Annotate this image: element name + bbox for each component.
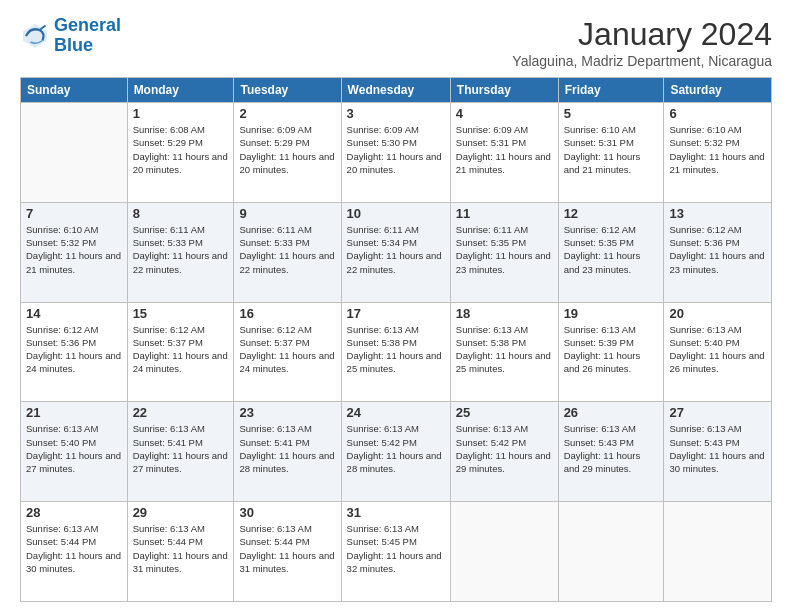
day-number: 9 <box>239 206 335 221</box>
day-info: Sunrise: 6:13 AMSunset: 5:43 PMDaylight:… <box>564 422 659 475</box>
logo-text: General Blue <box>54 16 121 56</box>
day-number: 5 <box>564 106 659 121</box>
header-saturday: Saturday <box>664 78 772 103</box>
day-info: Sunrise: 6:13 AMSunset: 5:40 PMDaylight:… <box>669 323 766 376</box>
logo: General Blue <box>20 16 121 56</box>
month-title: January 2024 <box>512 16 772 53</box>
day-number: 30 <box>239 505 335 520</box>
cell-week1-day4: 4Sunrise: 6:09 AMSunset: 5:31 PMDaylight… <box>450 103 558 203</box>
cell-week2-day6: 13Sunrise: 6:12 AMSunset: 5:36 PMDayligh… <box>664 202 772 302</box>
day-info: Sunrise: 6:08 AMSunset: 5:29 PMDaylight:… <box>133 123 229 176</box>
location-subtitle: Yalaguina, Madriz Department, Nicaragua <box>512 53 772 69</box>
cell-week5-day2: 30Sunrise: 6:13 AMSunset: 5:44 PMDayligh… <box>234 502 341 602</box>
cell-week2-day5: 12Sunrise: 6:12 AMSunset: 5:35 PMDayligh… <box>558 202 664 302</box>
day-number: 25 <box>456 405 553 420</box>
cell-week4-day5: 26Sunrise: 6:13 AMSunset: 5:43 PMDayligh… <box>558 402 664 502</box>
week-row-3: 14Sunrise: 6:12 AMSunset: 5:36 PMDayligh… <box>21 302 772 402</box>
day-number: 12 <box>564 206 659 221</box>
cell-week3-day2: 16Sunrise: 6:12 AMSunset: 5:37 PMDayligh… <box>234 302 341 402</box>
day-number: 8 <box>133 206 229 221</box>
cell-week5-day4 <box>450 502 558 602</box>
cell-week2-day4: 11Sunrise: 6:11 AMSunset: 5:35 PMDayligh… <box>450 202 558 302</box>
header-wednesday: Wednesday <box>341 78 450 103</box>
cell-week4-day2: 23Sunrise: 6:13 AMSunset: 5:41 PMDayligh… <box>234 402 341 502</box>
cell-week1-day6: 6Sunrise: 6:10 AMSunset: 5:32 PMDaylight… <box>664 103 772 203</box>
week-row-2: 7Sunrise: 6:10 AMSunset: 5:32 PMDaylight… <box>21 202 772 302</box>
day-number: 7 <box>26 206 122 221</box>
day-info: Sunrise: 6:11 AMSunset: 5:35 PMDaylight:… <box>456 223 553 276</box>
day-number: 29 <box>133 505 229 520</box>
cell-week3-day4: 18Sunrise: 6:13 AMSunset: 5:38 PMDayligh… <box>450 302 558 402</box>
day-number: 31 <box>347 505 445 520</box>
day-info: Sunrise: 6:10 AMSunset: 5:32 PMDaylight:… <box>26 223 122 276</box>
day-number: 28 <box>26 505 122 520</box>
cell-week2-day1: 8Sunrise: 6:11 AMSunset: 5:33 PMDaylight… <box>127 202 234 302</box>
header: General Blue January 2024 Yalaguina, Mad… <box>20 16 772 69</box>
day-number: 4 <box>456 106 553 121</box>
day-info: Sunrise: 6:12 AMSunset: 5:36 PMDaylight:… <box>26 323 122 376</box>
header-monday: Monday <box>127 78 234 103</box>
cell-week2-day2: 9Sunrise: 6:11 AMSunset: 5:33 PMDaylight… <box>234 202 341 302</box>
day-number: 15 <box>133 306 229 321</box>
cell-week4-day6: 27Sunrise: 6:13 AMSunset: 5:43 PMDayligh… <box>664 402 772 502</box>
day-number: 3 <box>347 106 445 121</box>
cell-week2-day0: 7Sunrise: 6:10 AMSunset: 5:32 PMDaylight… <box>21 202 128 302</box>
day-number: 6 <box>669 106 766 121</box>
day-number: 23 <box>239 405 335 420</box>
cell-week3-day3: 17Sunrise: 6:13 AMSunset: 5:38 PMDayligh… <box>341 302 450 402</box>
day-number: 11 <box>456 206 553 221</box>
day-number: 22 <box>133 405 229 420</box>
cell-week5-day6 <box>664 502 772 602</box>
day-info: Sunrise: 6:13 AMSunset: 5:38 PMDaylight:… <box>456 323 553 376</box>
cell-week3-day5: 19Sunrise: 6:13 AMSunset: 5:39 PMDayligh… <box>558 302 664 402</box>
header-thursday: Thursday <box>450 78 558 103</box>
day-number: 18 <box>456 306 553 321</box>
cell-week5-day5 <box>558 502 664 602</box>
header-sunday: Sunday <box>21 78 128 103</box>
day-info: Sunrise: 6:10 AMSunset: 5:31 PMDaylight:… <box>564 123 659 176</box>
day-info: Sunrise: 6:13 AMSunset: 5:44 PMDaylight:… <box>133 522 229 575</box>
day-number: 17 <box>347 306 445 321</box>
day-info: Sunrise: 6:13 AMSunset: 5:42 PMDaylight:… <box>456 422 553 475</box>
cell-week5-day1: 29Sunrise: 6:13 AMSunset: 5:44 PMDayligh… <box>127 502 234 602</box>
cell-week1-day0 <box>21 103 128 203</box>
day-info: Sunrise: 6:13 AMSunset: 5:40 PMDaylight:… <box>26 422 122 475</box>
cell-week3-day1: 15Sunrise: 6:12 AMSunset: 5:37 PMDayligh… <box>127 302 234 402</box>
week-row-5: 28Sunrise: 6:13 AMSunset: 5:44 PMDayligh… <box>21 502 772 602</box>
day-info: Sunrise: 6:13 AMSunset: 5:41 PMDaylight:… <box>239 422 335 475</box>
cell-week3-day6: 20Sunrise: 6:13 AMSunset: 5:40 PMDayligh… <box>664 302 772 402</box>
day-info: Sunrise: 6:13 AMSunset: 5:39 PMDaylight:… <box>564 323 659 376</box>
day-info: Sunrise: 6:09 AMSunset: 5:30 PMDaylight:… <box>347 123 445 176</box>
cell-week2-day3: 10Sunrise: 6:11 AMSunset: 5:34 PMDayligh… <box>341 202 450 302</box>
day-info: Sunrise: 6:11 AMSunset: 5:34 PMDaylight:… <box>347 223 445 276</box>
page: General Blue January 2024 Yalaguina, Mad… <box>0 0 792 612</box>
header-tuesday: Tuesday <box>234 78 341 103</box>
day-number: 1 <box>133 106 229 121</box>
day-info: Sunrise: 6:13 AMSunset: 5:43 PMDaylight:… <box>669 422 766 475</box>
day-number: 27 <box>669 405 766 420</box>
cell-week1-day2: 2Sunrise: 6:09 AMSunset: 5:29 PMDaylight… <box>234 103 341 203</box>
day-number: 13 <box>669 206 766 221</box>
day-info: Sunrise: 6:12 AMSunset: 5:35 PMDaylight:… <box>564 223 659 276</box>
day-info: Sunrise: 6:12 AMSunset: 5:36 PMDaylight:… <box>669 223 766 276</box>
cell-week1-day5: 5Sunrise: 6:10 AMSunset: 5:31 PMDaylight… <box>558 103 664 203</box>
day-info: Sunrise: 6:09 AMSunset: 5:29 PMDaylight:… <box>239 123 335 176</box>
day-number: 19 <box>564 306 659 321</box>
day-info: Sunrise: 6:11 AMSunset: 5:33 PMDaylight:… <box>133 223 229 276</box>
logo-icon <box>20 21 50 51</box>
day-info: Sunrise: 6:13 AMSunset: 5:45 PMDaylight:… <box>347 522 445 575</box>
cell-week4-day4: 25Sunrise: 6:13 AMSunset: 5:42 PMDayligh… <box>450 402 558 502</box>
day-number: 20 <box>669 306 766 321</box>
day-info: Sunrise: 6:13 AMSunset: 5:42 PMDaylight:… <box>347 422 445 475</box>
cell-week4-day1: 22Sunrise: 6:13 AMSunset: 5:41 PMDayligh… <box>127 402 234 502</box>
cell-week4-day3: 24Sunrise: 6:13 AMSunset: 5:42 PMDayligh… <box>341 402 450 502</box>
cell-week3-day0: 14Sunrise: 6:12 AMSunset: 5:36 PMDayligh… <box>21 302 128 402</box>
day-number: 26 <box>564 405 659 420</box>
day-info: Sunrise: 6:13 AMSunset: 5:38 PMDaylight:… <box>347 323 445 376</box>
cell-week5-day0: 28Sunrise: 6:13 AMSunset: 5:44 PMDayligh… <box>21 502 128 602</box>
day-info: Sunrise: 6:12 AMSunset: 5:37 PMDaylight:… <box>239 323 335 376</box>
day-info: Sunrise: 6:11 AMSunset: 5:33 PMDaylight:… <box>239 223 335 276</box>
day-info: Sunrise: 6:13 AMSunset: 5:44 PMDaylight:… <box>26 522 122 575</box>
day-info: Sunrise: 6:13 AMSunset: 5:41 PMDaylight:… <box>133 422 229 475</box>
day-number: 14 <box>26 306 122 321</box>
